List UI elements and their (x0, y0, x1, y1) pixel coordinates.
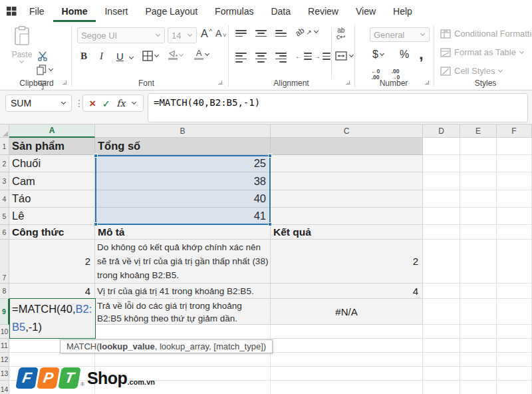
tab-help[interactable]: Help (384, 0, 421, 22)
cell-A4[interactable]: Táo (9, 190, 95, 208)
cell-F13[interactable] (497, 367, 532, 381)
cell-A2[interactable]: Chuối (9, 155, 95, 172)
row-header-11[interactable]: 11 (0, 339, 9, 353)
shrink-font-button[interactable]: A˅ (215, 28, 227, 39)
increase-indent-button[interactable]: → (314, 53, 331, 60)
tab-data[interactable]: Data (262, 0, 299, 22)
tab-view[interactable]: View (347, 0, 384, 22)
font-name-combobox[interactable]: Segoe UI (77, 27, 165, 43)
column-header-e[interactable]: E (460, 124, 497, 138)
merge-center-button[interactable] (335, 51, 354, 61)
cell-E6[interactable] (460, 225, 497, 240)
edit-cell-A9[interactable]: =MATCH(40,B2: B5,-1) (9, 298, 96, 339)
selection-handle[interactable] (94, 222, 98, 226)
row-header-4[interactable]: 4 (0, 190, 9, 208)
cell-F2[interactable] (497, 155, 532, 172)
chevron-down-icon[interactable] (49, 67, 54, 73)
cell-D9[interactable] (423, 299, 460, 325)
italic-button[interactable]: I (100, 51, 103, 62)
copy-button[interactable] (37, 65, 54, 75)
cell-D12[interactable] (423, 353, 460, 367)
cell-F12[interactable] (497, 353, 532, 367)
cell-E8[interactable] (460, 284, 497, 299)
orientation-button[interactable]: ab ↗ (295, 27, 319, 37)
row-header-8[interactable]: 8 (0, 284, 9, 299)
cell-E10[interactable] (460, 325, 497, 339)
align-center-button[interactable] (255, 53, 267, 63)
clipboard-dialog-launcher[interactable] (61, 79, 68, 86)
cancel-button[interactable]: × (89, 98, 96, 109)
cell-C14[interactable] (271, 381, 423, 394)
row-header-2[interactable]: 2 (0, 155, 9, 172)
column-header-b[interactable]: B (95, 124, 271, 138)
tab-page-layout[interactable]: Page Layout (136, 0, 206, 22)
cell-F4[interactable] (497, 190, 532, 208)
cell-E13[interactable] (460, 367, 497, 381)
chevron-down-icon[interactable] (349, 53, 354, 59)
row-header-1[interactable]: 1 (0, 138, 9, 155)
align-bottom-button[interactable] (275, 30, 287, 37)
cell-E1[interactable] (460, 138, 497, 155)
chevron-down-icon[interactable] (129, 55, 134, 61)
bold-button[interactable]: B (80, 51, 87, 62)
cell-E5[interactable] (460, 208, 497, 225)
cell-A1[interactable]: Sản phẩm (9, 138, 95, 155)
tab-formulas[interactable]: Formulas (206, 0, 262, 22)
cell-A5[interactable]: Lê (9, 208, 95, 225)
cell-C6[interactable]: Kết quả (271, 225, 423, 240)
cell-D10[interactable] (423, 325, 460, 339)
cell-A7[interactable]: 2 (9, 240, 95, 284)
cell-F14[interactable] (497, 381, 532, 394)
column-header-a[interactable]: A (9, 124, 95, 138)
percent-style-button[interactable]: % (400, 49, 409, 61)
fill-color-button[interactable] (168, 50, 184, 60)
wrap-text-button[interactable]: ab c↩ (336, 27, 345, 41)
cell-C1[interactable] (271, 138, 423, 155)
cell-C13[interactable] (271, 367, 423, 381)
cell-C5[interactable] (271, 208, 423, 225)
cell-F8[interactable] (497, 284, 532, 299)
align-right-button[interactable] (275, 53, 287, 63)
cell-F11[interactable] (497, 339, 532, 353)
chevron-down-icon[interactable] (154, 53, 160, 59)
chevron-down-icon[interactable] (61, 100, 66, 106)
cell-B8[interactable]: Vị trí của giá trị 41 trong khoảng B2:B5… (95, 284, 271, 299)
row-header-6[interactable]: 6 (0, 225, 9, 240)
cell-B10[interactable] (95, 325, 271, 339)
decrease-indent-button[interactable]: ← (295, 53, 312, 60)
cell-C10[interactable] (271, 325, 423, 339)
cell-C9[interactable]: #N/A (271, 299, 423, 325)
column-header-d[interactable]: D (423, 124, 460, 138)
cut-button[interactable] (37, 51, 48, 61)
cell-D8[interactable] (423, 284, 460, 299)
cell-D7[interactable] (423, 240, 460, 284)
number-format-combobox[interactable]: General (370, 27, 430, 42)
tab-home[interactable]: Home (53, 0, 96, 22)
cell-D3[interactable] (423, 172, 460, 190)
column-header-f[interactable]: F (497, 124, 532, 138)
cell-C3[interactable] (271, 172, 423, 190)
comma-style-button[interactable]: , (419, 45, 424, 63)
select-all-corner[interactable] (0, 124, 9, 138)
selection-handle[interactable] (94, 154, 98, 158)
selection-handle[interactable] (268, 222, 272, 226)
cell-B12[interactable] (95, 353, 271, 367)
cell-E3[interactable] (460, 172, 497, 190)
cell-styles-button[interactable]: Cell Styles (440, 66, 503, 76)
tab-review[interactable]: Review (299, 0, 347, 22)
row-header-13[interactable]: 13 (0, 367, 9, 381)
chevron-down-icon[interactable] (132, 100, 137, 106)
cell-E7[interactable] (460, 240, 497, 284)
cell-D2[interactable] (423, 155, 460, 172)
cell-A6[interactable]: Công thức (9, 225, 95, 240)
row-header-9[interactable]: 9 (0, 299, 9, 325)
cell-A3[interactable]: Cam (9, 172, 95, 190)
cell-D6[interactable] (423, 225, 460, 240)
cell-C7[interactable]: 2 (271, 240, 423, 284)
font-size-combobox[interactable]: 14 (168, 27, 197, 43)
cell-F6[interactable] (497, 225, 532, 240)
font-dialog-launcher[interactable] (217, 79, 223, 86)
range-selection-B2-B5[interactable] (95, 155, 271, 225)
number-dialog-launcher[interactable] (424, 79, 430, 86)
name-box[interactable]: SUM (5, 95, 72, 112)
